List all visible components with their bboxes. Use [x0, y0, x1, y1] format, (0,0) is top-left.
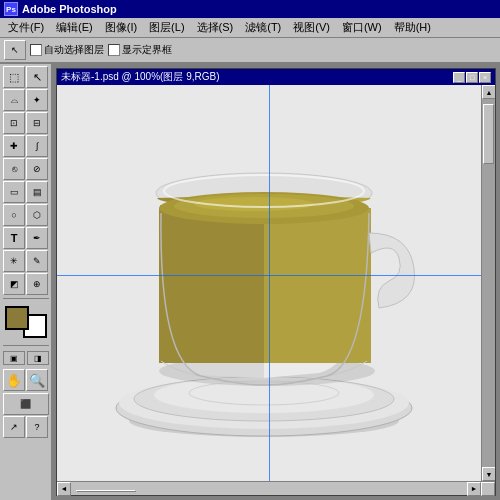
shape-tool[interactable]: ✳ — [3, 250, 25, 272]
scroll-corner — [481, 482, 495, 496]
tool-row-2: ⌓ ✦ — [3, 89, 48, 111]
zoom-tool[interactable]: 🔍 — [26, 369, 48, 391]
scroll-down-btn[interactable]: ▼ — [482, 467, 495, 481]
scroll-track-v[interactable] — [482, 99, 495, 467]
document-minimize-btn[interactable]: _ — [453, 72, 465, 83]
heal-tool[interactable]: ✚ — [3, 135, 25, 157]
tool-row-5: ⎋ ⊘ — [3, 158, 48, 180]
jump-btn[interactable]: ↗ — [3, 416, 25, 438]
type-tool[interactable]: T — [3, 227, 25, 249]
tool-row-9: ✳ ✎ — [3, 250, 48, 272]
menu-help[interactable]: 帮助(H) — [388, 18, 437, 37]
measure-tool[interactable]: ⊕ — [26, 273, 48, 295]
auto-select-checkbox[interactable] — [30, 44, 42, 56]
auto-select-label: 自动选择图层 — [44, 43, 104, 57]
cup-svg — [99, 113, 439, 453]
menu-bar: 文件(F) 编辑(E) 图像(I) 图层(L) 选择(S) 滤镜(T) 视图(V… — [0, 18, 500, 38]
tool-row-1: ⬚ ↖ — [3, 66, 48, 88]
canvas-area: 未标器-1.psd @ 100%(图层 9,RGB) _ □ × — [52, 64, 500, 500]
scroll-left-btn[interactable]: ◄ — [57, 482, 71, 496]
document-window: 未标器-1.psd @ 100%(图层 9,RGB) _ □ × — [56, 68, 496, 496]
color-swatches[interactable] — [3, 304, 49, 340]
foreground-color[interactable] — [5, 306, 29, 330]
app-icon: Ps — [4, 2, 18, 16]
scroll-thumb-h[interactable] — [76, 490, 136, 492]
tool-row-6: ▭ ▤ — [3, 181, 48, 203]
document-window-controls: _ □ × — [453, 72, 491, 83]
tool-row-10: ◩ ⊕ — [3, 273, 48, 295]
eraser-tool[interactable]: ▭ — [3, 181, 25, 203]
menu-window[interactable]: 窗口(W) — [336, 18, 388, 37]
main-area: ⬚ ↖ ⌓ ✦ ⊡ ⊟ ✚ ∫ ⎋ ⊘ ▭ ▤ ○ ⬡ T ✒ — [0, 64, 500, 500]
tool-row-3: ⊡ ⊟ — [3, 112, 48, 134]
help-btn[interactable]: ? — [26, 416, 48, 438]
gradient-tool[interactable]: ▤ — [26, 181, 48, 203]
document-title: 未标器-1.psd @ 100%(图层 9,RGB) — [61, 70, 220, 84]
scroll-thumb-v[interactable] — [483, 104, 494, 164]
jump-to-row: ↗ ? — [3, 416, 48, 438]
show-bounds-checkbox[interactable] — [108, 44, 120, 56]
title-bar: Ps Adobe Photoshop — [0, 0, 500, 18]
move-tool[interactable]: ↖ — [26, 66, 48, 88]
document-canvas[interactable] — [57, 85, 481, 481]
toolbox: ⬚ ↖ ⌓ ✦ ⊡ ⊟ ✚ ∫ ⎋ ⊘ ▭ ▤ ○ ⬡ T ✒ — [0, 64, 52, 500]
menu-edit[interactable]: 编辑(E) — [50, 18, 99, 37]
move-tool-btn[interactable]: ↖ — [4, 40, 26, 60]
menu-file[interactable]: 文件(F) — [2, 18, 50, 37]
path-tool[interactable]: ⬡ — [26, 204, 48, 226]
marquee-tool[interactable]: ⬚ — [3, 66, 25, 88]
quick-mask-row: ▣ ◨ — [3, 351, 49, 365]
eyedropper-tool[interactable]: ◩ — [3, 273, 25, 295]
crop-tool[interactable]: ⊡ — [3, 112, 25, 134]
view-row: ✋ 🔍 — [3, 369, 48, 391]
notes-tool[interactable]: ✎ — [26, 250, 48, 272]
auto-select-check[interactable]: 自动选择图层 — [30, 43, 104, 57]
svg-rect-7 — [159, 208, 264, 363]
screen-mode-row: ⬛ — [3, 393, 49, 415]
quick-mask-btn[interactable]: ◨ — [27, 351, 49, 365]
cup-scene — [57, 85, 481, 481]
menu-view[interactable]: 视图(V) — [287, 18, 336, 37]
magic-wand-tool[interactable]: ✦ — [26, 89, 48, 111]
tool-separator-1 — [3, 298, 49, 299]
menu-image[interactable]: 图像(I) — [99, 18, 143, 37]
menu-layer[interactable]: 图层(L) — [143, 18, 190, 37]
tool-separator-2 — [3, 345, 49, 346]
history-tool[interactable]: ⊘ — [26, 158, 48, 180]
scrollbar-vertical[interactable]: ▲ ▼ — [481, 85, 495, 481]
clone-tool[interactable]: ⎋ — [3, 158, 25, 180]
menu-select[interactable]: 选择(S) — [191, 18, 240, 37]
options-bar: ↖ 自动选择图层 显示定界框 — [0, 38, 500, 64]
app-title: Adobe Photoshop — [22, 3, 117, 15]
dodge-tool[interactable]: ○ — [3, 204, 25, 226]
document-titlebar: 未标器-1.psd @ 100%(图层 9,RGB) _ □ × — [57, 69, 495, 85]
tool-row-4: ✚ ∫ — [3, 135, 48, 157]
slice-tool[interactable]: ⊟ — [26, 112, 48, 134]
screen-mode-btn[interactable]: ⬛ — [3, 393, 49, 415]
document-inner: ▲ ▼ — [57, 85, 495, 481]
document-close-btn[interactable]: × — [479, 72, 491, 83]
show-bounds-label: 显示定界框 — [122, 43, 172, 57]
lasso-tool[interactable]: ⌓ — [3, 89, 25, 111]
normal-mode-btn[interactable]: ▣ — [3, 351, 25, 365]
cup-container — [99, 113, 439, 453]
tool-row-8: T ✒ — [3, 227, 48, 249]
scroll-right-btn[interactable]: ► — [467, 482, 481, 496]
hand-tool[interactable]: ✋ — [3, 369, 25, 391]
pen-tool[interactable]: ✒ — [26, 227, 48, 249]
show-bounds-check[interactable]: 显示定界框 — [108, 43, 172, 57]
brush-tool[interactable]: ∫ — [26, 135, 48, 157]
scroll-up-btn[interactable]: ▲ — [482, 85, 495, 99]
tool-row-7: ○ ⬡ — [3, 204, 48, 226]
document-maximize-btn[interactable]: □ — [466, 72, 478, 83]
scrollbar-horizontal[interactable]: ◄ ► — [57, 481, 495, 495]
menu-filter[interactable]: 滤镜(T) — [239, 18, 287, 37]
